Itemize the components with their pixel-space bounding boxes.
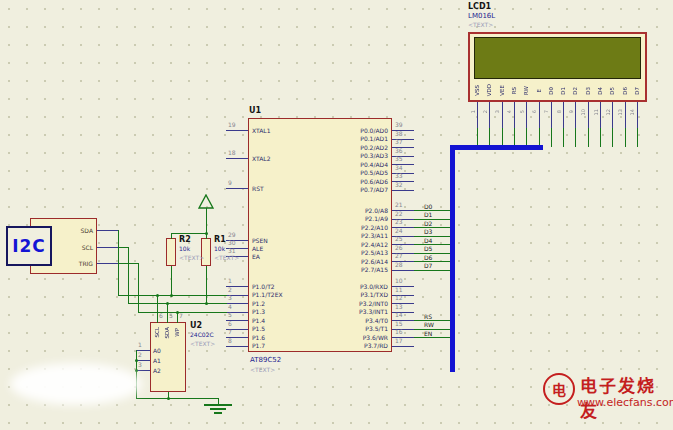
net-wire[interactable] — [414, 261, 453, 262]
resistor-r2-ref[interactable]: R2 — [179, 235, 191, 244]
u1-pin-number: 37 — [395, 139, 403, 145]
u2-pin-number: 1 — [138, 342, 142, 348]
wire[interactable] — [138, 263, 139, 313]
lcd-placeholder[interactable]: <TEXT> — [468, 21, 493, 28]
u1-pin[interactable] — [392, 346, 414, 347]
net-wire[interactable] — [414, 253, 453, 254]
lcd-pin-number-text: 5 — [519, 110, 525, 113]
net-label[interactable]: D3 — [424, 228, 432, 235]
u1-ref[interactable]: U1 — [249, 106, 261, 115]
resistor-r2-placeholder[interactable]: <TEXT> — [179, 254, 204, 261]
resistor-r1-ref[interactable]: R1 — [214, 235, 226, 244]
u1-pin[interactable] — [392, 270, 414, 271]
net-wire[interactable] — [414, 210, 453, 211]
lcd-pin[interactable] — [489, 102, 490, 128]
lcd-model[interactable]: LM016L — [468, 12, 495, 20]
net-label[interactable]: EN — [424, 330, 432, 337]
resistor-r2-value[interactable]: 10k — [179, 245, 190, 253]
u2-placeholder[interactable]: <TEXT> — [190, 340, 215, 347]
net-wire[interactable] — [414, 236, 453, 237]
lcd-wire[interactable] — [551, 128, 552, 147]
net-wire[interactable] — [414, 227, 453, 228]
i2c-label-box[interactable]: I2C — [6, 226, 52, 266]
lcd-pin[interactable] — [625, 102, 626, 128]
lcd-pin[interactable] — [600, 102, 601, 128]
lcd-pin-number-text: 14 — [629, 109, 635, 115]
net-label[interactable]: D7 — [424, 262, 432, 269]
wire[interactable] — [167, 303, 168, 323]
lcd-ref[interactable]: LCD1 — [468, 2, 491, 11]
resistor-r2-body[interactable] — [166, 238, 176, 266]
lcd-wire[interactable] — [588, 128, 589, 147]
wire[interactable] — [136, 398, 219, 399]
resistor-r1-placeholder[interactable]: <TEXT> — [214, 254, 239, 261]
u1-pin[interactable] — [226, 346, 248, 347]
lcd-pin[interactable] — [526, 102, 527, 128]
data-bus-vertical[interactable] — [450, 145, 455, 372]
ground-icon[interactable] — [204, 404, 232, 415]
net-label[interactable]: RS — [424, 313, 432, 320]
net-label[interactable]: D4 — [424, 237, 432, 244]
lcd-wire[interactable] — [575, 128, 576, 147]
resistor-r1-body[interactable] — [201, 238, 211, 266]
wire[interactable] — [171, 233, 172, 239]
net-wire[interactable] — [414, 337, 453, 338]
lcd-wire[interactable] — [625, 128, 626, 147]
lcd-pin[interactable] — [612, 102, 613, 128]
u1-placeholder[interactable]: <TEXT> — [250, 366, 275, 373]
lcd-pin[interactable] — [575, 102, 576, 128]
wire[interactable] — [128, 247, 129, 304]
lcd-pin[interactable] — [477, 102, 478, 128]
u1-pin[interactable] — [392, 190, 414, 191]
u1-pin[interactable] — [226, 158, 248, 159]
wire[interactable] — [118, 263, 139, 264]
lcd-wire[interactable] — [600, 128, 601, 147]
lcd-pin[interactable] — [502, 102, 503, 128]
i2c-pin-sda[interactable] — [97, 230, 118, 231]
u2-pin-a2[interactable] — [136, 370, 150, 371]
wire[interactable] — [171, 266, 172, 296]
u1-pin-name: P3.0/RXD — [296, 283, 388, 290]
lcd-pin[interactable] — [514, 102, 515, 128]
u1-pin-name: P0.3/AD3 — [296, 152, 388, 159]
u2-model[interactable]: 24C02C — [190, 331, 214, 339]
junction-dot — [205, 302, 208, 305]
i2c-pin-trig[interactable] — [97, 263, 118, 264]
lcd-pin[interactable] — [551, 102, 552, 128]
net-wire[interactable] — [414, 329, 453, 330]
net-label[interactable]: RW — [424, 321, 434, 328]
lcd-pin[interactable] — [563, 102, 564, 128]
power-arrow-icon[interactable] — [198, 194, 214, 209]
junction-dot — [166, 302, 169, 305]
net-wire[interactable] — [414, 219, 453, 220]
lcd-pin[interactable] — [539, 102, 540, 128]
net-label[interactable]: D6 — [424, 254, 432, 261]
net-wire[interactable] — [414, 270, 453, 271]
i2c-pin-scl[interactable] — [97, 247, 118, 248]
lcd-pin[interactable] — [588, 102, 589, 128]
i2c-pin-name-scl: SCL — [55, 244, 93, 251]
lcd-pin[interactable] — [637, 102, 638, 128]
wire[interactable] — [206, 266, 207, 304]
resistor-r1-value[interactable]: 10k — [214, 245, 225, 253]
lcd-wire[interactable] — [563, 128, 564, 147]
lcd-pin-number-text: 2 — [482, 110, 488, 113]
u1-pin[interactable] — [226, 130, 248, 131]
net-wire[interactable] — [414, 244, 453, 245]
u2-ref[interactable]: U2 — [190, 321, 202, 330]
wire[interactable] — [171, 233, 207, 234]
net-label[interactable]: D5 — [424, 245, 432, 252]
wire[interactable] — [157, 295, 158, 324]
u1-model[interactable]: AT89C52 — [250, 356, 281, 364]
net-label[interactable]: D0 — [424, 203, 432, 210]
net-label[interactable]: D1 — [424, 211, 432, 218]
wire[interactable] — [128, 303, 227, 304]
lcd-pin-name: D4 — [595, 80, 606, 101]
u1-pin[interactable] — [226, 188, 248, 189]
data-bus-horizontal[interactable] — [450, 145, 543, 150]
u1-pin-number: 14 — [395, 312, 403, 318]
lcd-wire[interactable] — [612, 128, 613, 147]
lcd-pin-name: D5 — [607, 80, 618, 101]
net-label[interactable]: D2 — [424, 220, 432, 227]
lcd-wire[interactable] — [637, 128, 638, 147]
